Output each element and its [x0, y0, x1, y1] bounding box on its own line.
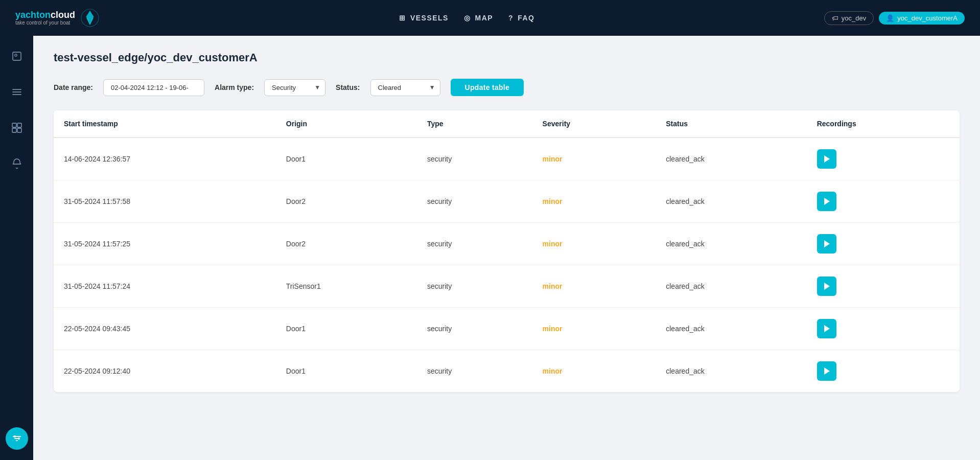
svg-rect-2: [15, 54, 17, 56]
svg-rect-6: [12, 123, 16, 127]
svg-rect-9: [17, 128, 21, 132]
alarms-table: Start timestamp Origin Type Severity Sta…: [54, 110, 960, 392]
vessel-icon: [11, 51, 22, 62]
sidebar-filter-button[interactable]: [6, 427, 28, 450]
alarm-type-select-wrapper: Security Fire Bilge All ▼: [264, 79, 325, 96]
filter-icon: [11, 433, 22, 444]
cell-recordings: [807, 265, 960, 308]
tag-icon: 🏷: [832, 14, 838, 22]
logo[interactable]: yachtoncloud take control of your boat: [15, 8, 100, 28]
cell-status: cleared_ack: [656, 308, 806, 350]
play-recording-button[interactable]: [817, 192, 836, 211]
top-navigation: yachtoncloud take control of your boat ⊞…: [0, 0, 980, 36]
cell-type: security: [417, 350, 532, 393]
sidebar-item-alerts[interactable]: [7, 153, 27, 174]
cell-timestamp: 22-05-2024 09:12:40: [54, 350, 276, 393]
cell-status: cleared_ack: [656, 350, 806, 393]
cell-type: security: [417, 180, 532, 223]
table-body: 14-06-2024 12:36:57 Door1 security minor…: [54, 137, 960, 392]
svg-marker-18: [824, 283, 830, 290]
cell-recordings: [807, 223, 960, 265]
user-icon: 👤: [886, 14, 894, 22]
table-row: 22-05-2024 09:12:40 Door1 security minor…: [54, 350, 960, 393]
cell-severity: minor: [532, 350, 656, 393]
play-recording-button[interactable]: [817, 361, 836, 381]
bell-icon: [11, 158, 22, 169]
play-recording-button[interactable]: [817, 277, 836, 296]
svg-rect-7: [17, 123, 21, 127]
map-icon-sidebar: [11, 122, 22, 133]
col-header-status: Status: [656, 110, 806, 137]
sidebar-item-menu[interactable]: [7, 82, 27, 102]
cell-timestamp: 22-05-2024 09:43:45: [54, 308, 276, 350]
play-recording-button[interactable]: [817, 319, 836, 338]
cell-type: security: [417, 137, 532, 180]
svg-marker-17: [824, 240, 830, 247]
nav-faq[interactable]: ? FAQ: [508, 14, 534, 22]
nav-links: ⊞ VESSELS ◎ MAP ? FAQ: [130, 14, 804, 22]
cell-severity: minor: [532, 265, 656, 308]
status-select[interactable]: Cleared Active Acknowledged All: [370, 79, 440, 96]
menu-icon: [11, 86, 22, 98]
cell-timestamp: 31-05-2024 11:57:58: [54, 180, 276, 223]
col-header-recordings: Recordings: [807, 110, 960, 137]
play-recording-button[interactable]: [817, 234, 836, 254]
table-row: 14-06-2024 12:36:57 Door1 security minor…: [54, 137, 960, 180]
play-icon: [823, 240, 830, 248]
cell-severity: minor: [532, 137, 656, 180]
svg-rect-8: [12, 128, 16, 132]
page-title: test-vessel_edge/yoc_dev_customerA: [54, 51, 960, 64]
nav-vessels[interactable]: ⊞ VESSELS: [399, 14, 449, 22]
cell-timestamp: 31-05-2024 11:57:24: [54, 265, 276, 308]
cell-origin: Door2: [276, 180, 417, 223]
cell-type: security: [417, 265, 532, 308]
cell-recordings: [807, 350, 960, 393]
update-table-button[interactable]: Update table: [451, 79, 524, 96]
status-label: Status:: [336, 83, 360, 91]
vessels-icon: ⊞: [399, 14, 406, 22]
play-icon: [823, 155, 830, 163]
play-icon: [823, 367, 830, 375]
cell-recordings: [807, 308, 960, 350]
date-range-input[interactable]: [103, 79, 204, 96]
cell-severity: minor: [532, 223, 656, 265]
sidebar: [0, 36, 33, 460]
cell-timestamp: 14-06-2024 12:36:57: [54, 137, 276, 180]
svg-point-14: [18, 438, 20, 440]
sidebar-item-map[interactable]: [7, 118, 27, 138]
play-recording-button[interactable]: [817, 149, 836, 169]
alarm-type-label: Alarm type:: [215, 83, 254, 91]
play-icon: [823, 282, 830, 290]
table-row: 31-05-2024 11:57:24 TriSensor1 security …: [54, 265, 960, 308]
sidebar-item-vessel[interactable]: [7, 46, 27, 66]
cell-type: security: [417, 223, 532, 265]
svg-marker-15: [824, 155, 830, 163]
table-row: 22-05-2024 09:43:45 Door1 security minor…: [54, 308, 960, 350]
cell-timestamp: 31-05-2024 11:57:25: [54, 223, 276, 265]
map-icon: ◎: [464, 14, 471, 22]
svg-marker-20: [824, 367, 830, 375]
logo-text: yachtoncloud: [15, 10, 75, 20]
environment-tag[interactable]: 🏷 yoc_dev: [824, 11, 874, 25]
cell-origin: Door1: [276, 350, 417, 393]
main-content: test-vessel_edge/yoc_dev_customerA Date …: [33, 36, 980, 460]
table-row: 31-05-2024 11:57:58 Door2 security minor…: [54, 180, 960, 223]
nav-right: 🏷 yoc_dev 👤 yoc_dev_customerA: [824, 11, 965, 25]
cell-origin: Door2: [276, 223, 417, 265]
play-icon: [823, 325, 830, 333]
alarm-type-select[interactable]: Security Fire Bilge All: [264, 79, 325, 96]
user-account[interactable]: 👤 yoc_dev_customerA: [879, 12, 965, 25]
cell-severity: minor: [532, 180, 656, 223]
table-header-row: Start timestamp Origin Type Severity Sta…: [54, 110, 960, 137]
date-range-label: Date range:: [54, 83, 93, 91]
brand-icon: [80, 8, 100, 28]
cell-origin: TriSensor1: [276, 265, 417, 308]
svg-marker-16: [824, 198, 830, 205]
col-header-origin: Origin: [276, 110, 417, 137]
svg-marker-19: [824, 325, 830, 332]
nav-map[interactable]: ◎ MAP: [464, 14, 493, 22]
cell-origin: Door1: [276, 137, 417, 180]
cell-recordings: [807, 180, 960, 223]
cell-type: security: [417, 308, 532, 350]
cell-recordings: [807, 137, 960, 180]
